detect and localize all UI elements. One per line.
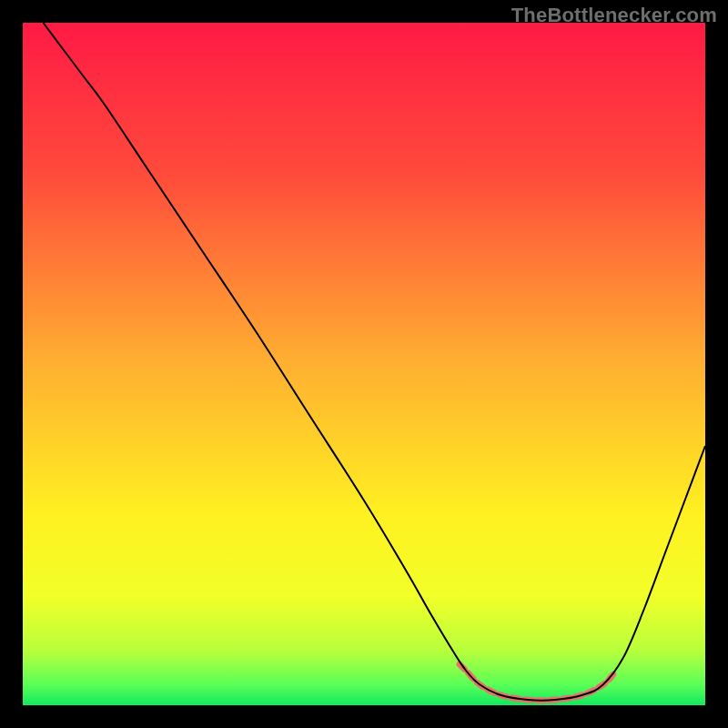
watermark: TheBottlenecker.com (511, 4, 717, 27)
gradient-background (23, 23, 705, 705)
chart-container: TheBottlenecker.com (0, 0, 728, 728)
bottleneck-chart (0, 0, 728, 728)
